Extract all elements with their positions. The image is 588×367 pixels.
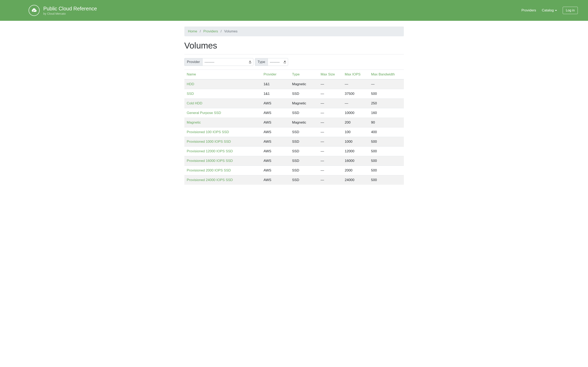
cell-provider: 1&1 bbox=[261, 79, 290, 89]
cell-max-bandwidth: 160 bbox=[369, 108, 404, 118]
col-type[interactable]: Type bbox=[292, 72, 300, 76]
volume-name-link[interactable]: Provisioned 12000 IOPS SSD bbox=[187, 149, 233, 153]
cell-max-size: — bbox=[318, 156, 342, 166]
cell-provider: AWS bbox=[261, 127, 290, 137]
cell-provider: AWS bbox=[261, 147, 290, 156]
volume-name-link[interactable]: General Purpose SSD bbox=[187, 111, 221, 115]
site-header: Public Cloud Reference by Cloud Mercato … bbox=[0, 0, 588, 21]
col-max-bandwidth[interactable]: Max Bandwidth bbox=[371, 72, 395, 76]
volume-name-link[interactable]: HDD bbox=[187, 82, 194, 86]
cell-max-size: — bbox=[318, 108, 342, 118]
cell-max-size: — bbox=[318, 166, 342, 175]
table-row: General Purpose SSDAWSSSD—10000160 bbox=[184, 108, 404, 118]
volume-name-link[interactable]: Provisioned 2000 IOPS SSD bbox=[187, 168, 231, 172]
breadcrumb: Home / Providers / Volumes bbox=[184, 26, 404, 36]
cell-max-bandwidth: 500 bbox=[369, 175, 404, 185]
cell-type: Magnetic bbox=[290, 118, 318, 127]
table-header-row: Name Provider Type Max Size Max IOPS Max… bbox=[184, 70, 404, 80]
cell-provider: AWS bbox=[261, 108, 290, 118]
page-title: Volumes bbox=[184, 41, 404, 50]
cell-max-bandwidth: 500 bbox=[369, 89, 404, 99]
cell-max-iops: — bbox=[342, 99, 369, 108]
filter-provider-select[interactable]: --------- bbox=[202, 58, 253, 66]
volume-name-link[interactable]: Provisioned 100 IOPS SSD bbox=[187, 130, 229, 134]
cell-type: Magnetic bbox=[290, 99, 318, 108]
cell-provider: AWS bbox=[261, 137, 290, 147]
cell-max-size: — bbox=[318, 147, 342, 156]
filter-type-label: Type bbox=[255, 58, 268, 66]
col-max-size[interactable]: Max Size bbox=[320, 72, 335, 76]
table-row: Provisioned 24000 IOPS SSDAWSSSD—2400050… bbox=[184, 175, 404, 185]
brand[interactable]: Public Cloud Reference by Cloud Mercato bbox=[29, 5, 97, 16]
cell-max-bandwidth: 500 bbox=[369, 137, 404, 147]
cell-max-size: — bbox=[318, 89, 342, 99]
nav-catalog-dropdown[interactable]: Catalog bbox=[542, 8, 557, 12]
table-row: Provisioned 2000 IOPS SSDAWSSSD—2000500 bbox=[184, 166, 404, 175]
breadcrumb-sep: / bbox=[219, 29, 223, 33]
cell-max-iops: 16000 bbox=[342, 156, 369, 166]
volume-name-link[interactable]: Provisioned 1000 IOPS SSD bbox=[187, 140, 231, 143]
site-title: Public Cloud Reference bbox=[43, 6, 97, 12]
cloud-logo-icon bbox=[29, 5, 40, 16]
cell-max-bandwidth: — bbox=[369, 79, 404, 89]
volume-name-link[interactable]: SSD bbox=[187, 92, 194, 96]
cell-max-size: — bbox=[318, 79, 342, 89]
cell-provider: AWS bbox=[261, 175, 290, 185]
volumes-table: Name Provider Type Max Size Max IOPS Max… bbox=[184, 69, 404, 185]
table-row: Cold HDDAWSMagnetic——250 bbox=[184, 99, 404, 108]
cell-max-iops: 200 bbox=[342, 118, 369, 127]
cell-max-bandwidth: 500 bbox=[369, 156, 404, 166]
nav-providers[interactable]: Providers bbox=[521, 8, 536, 12]
nav-catalog-label: Catalog bbox=[542, 8, 554, 12]
cell-max-size: — bbox=[318, 127, 342, 137]
breadcrumb-home[interactable]: Home bbox=[188, 29, 197, 33]
volume-name-link[interactable]: Provisioned 24000 IOPS SSD bbox=[187, 178, 233, 182]
filter-type: Type --------- bbox=[255, 58, 288, 66]
cell-provider: AWS bbox=[261, 166, 290, 175]
col-max-iops[interactable]: Max IOPS bbox=[345, 72, 361, 76]
filter-type-select[interactable]: --------- bbox=[268, 58, 288, 66]
table-row: Provisioned 100 IOPS SSDAWSSSD—100400 bbox=[184, 127, 404, 137]
cell-max-iops: 1000 bbox=[342, 137, 369, 147]
breadcrumb-sep: / bbox=[198, 29, 203, 33]
table-row: MagneticAWSMagnetic—20090 bbox=[184, 118, 404, 127]
cell-type: SSD bbox=[290, 156, 318, 166]
table-row: Provisioned 1000 IOPS SSDAWSSSD—1000500 bbox=[184, 137, 404, 147]
table-row: Provisioned 12000 IOPS SSDAWSSSD—1200050… bbox=[184, 147, 404, 156]
cell-type: SSD bbox=[290, 166, 318, 175]
cell-max-iops: 10000 bbox=[342, 108, 369, 118]
filters: Provider --------- Type --------- bbox=[184, 58, 404, 66]
cell-max-size: — bbox=[318, 175, 342, 185]
volume-name-link[interactable]: Magnetic bbox=[187, 120, 201, 124]
col-name[interactable]: Name bbox=[187, 72, 196, 76]
cell-max-iops: 2000 bbox=[342, 166, 369, 175]
table-row: SSD1&1SSD—37500500 bbox=[184, 89, 404, 99]
cell-type: SSD bbox=[290, 175, 318, 185]
cell-max-size: — bbox=[318, 137, 342, 147]
login-button[interactable]: Log in bbox=[563, 7, 578, 14]
brand-text: Public Cloud Reference by Cloud Mercato bbox=[43, 6, 97, 15]
cell-type: Magnetic bbox=[290, 79, 318, 89]
filter-provider-label: Provider bbox=[184, 58, 202, 66]
cell-max-bandwidth: 500 bbox=[369, 166, 404, 175]
cell-type: SSD bbox=[290, 137, 318, 147]
filter-provider: Provider --------- bbox=[184, 58, 253, 66]
site-subtitle: by Cloud Mercato bbox=[43, 12, 97, 15]
cell-max-bandwidth: 250 bbox=[369, 99, 404, 108]
table-row: HDD1&1Magnetic——— bbox=[184, 79, 404, 89]
cell-provider: AWS bbox=[261, 156, 290, 166]
col-provider[interactable]: Provider bbox=[264, 72, 277, 76]
divider bbox=[184, 54, 404, 54]
top-nav: Providers Catalog Log in bbox=[521, 7, 578, 14]
cell-provider: AWS bbox=[261, 118, 290, 127]
chevron-down-icon bbox=[555, 10, 557, 11]
volume-name-link[interactable]: Cold HDD bbox=[187, 101, 203, 105]
breadcrumb-providers[interactable]: Providers bbox=[203, 29, 218, 33]
cell-max-iops: 100 bbox=[342, 127, 369, 137]
cell-max-iops: 24000 bbox=[342, 175, 369, 185]
cell-type: SSD bbox=[290, 147, 318, 156]
cell-type: SSD bbox=[290, 127, 318, 137]
cell-type: SSD bbox=[290, 89, 318, 99]
volume-name-link[interactable]: Provisioned 16000 IOPS SSD bbox=[187, 159, 233, 163]
cell-max-bandwidth: 500 bbox=[369, 147, 404, 156]
